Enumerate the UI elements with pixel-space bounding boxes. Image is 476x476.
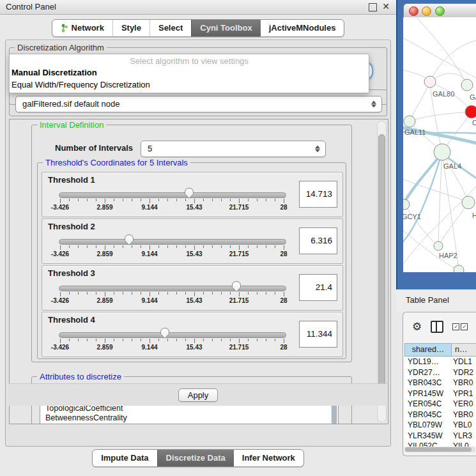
table-panel-title: Table Panel xyxy=(406,295,449,305)
tab-select[interactable]: Select xyxy=(150,20,191,36)
close-icon[interactable]: ✕ xyxy=(382,1,390,12)
table-row[interactable]: YDR27… YDR2 xyxy=(404,368,476,379)
slider-track[interactable] xyxy=(59,332,286,338)
tab-infer-network[interactable]: Infer Network xyxy=(234,450,303,466)
cell-shared-name: YBL079W xyxy=(404,420,450,431)
table-row[interactable]: YBR043C YBR0 xyxy=(404,378,476,389)
major-tick xyxy=(194,339,195,343)
tab-label: Cyni Toolbox xyxy=(200,20,252,36)
tick-label: 28 xyxy=(280,204,287,211)
minor-tick xyxy=(212,292,213,295)
tab-discretize-data[interactable]: Discretize Data xyxy=(157,450,234,466)
column-header-name[interactable]: n… xyxy=(452,343,476,357)
network-node[interactable] xyxy=(454,265,464,272)
network-view-canvas[interactable]: GAL80GACGAL11GAL4GCY1HHAP2 xyxy=(403,17,476,272)
minor-tick xyxy=(167,245,168,248)
table-row[interactable]: YDL19… YDL1 xyxy=(404,357,476,368)
table-row[interactable]: YBR045C YBR0 xyxy=(404,410,476,421)
minor-tick xyxy=(212,245,213,248)
network-node-gal80[interactable] xyxy=(424,76,436,88)
table-row[interactable]: YPR145W YPR1 xyxy=(404,389,476,400)
cell-name: YPR1 xyxy=(450,389,476,400)
slider-track[interactable] xyxy=(59,192,286,198)
close-traffic-light-icon[interactable] xyxy=(409,6,418,16)
node-label: GAL80 xyxy=(433,90,454,98)
table-row[interactable]: YLR345W YLR3 xyxy=(404,431,476,442)
minor-tick xyxy=(203,199,204,201)
tab-jactivemnodules[interactable]: jActiveMNodules xyxy=(261,20,344,36)
number-of-intervals-select[interactable]: 5 xyxy=(141,141,326,157)
node-label: GAL4 xyxy=(443,162,461,170)
table-row[interactable]: YER054C YER0 xyxy=(404,399,476,410)
intervals-value: 5 xyxy=(148,141,152,157)
gear-icon[interactable]: ⚙ xyxy=(412,321,422,332)
tick-label: -3.426 xyxy=(51,344,69,351)
attribute-item[interactable]: BetweennessCentrality xyxy=(40,413,338,423)
tab-style[interactable]: Style xyxy=(112,20,150,36)
column-layout-icon[interactable] xyxy=(431,321,443,333)
slider-thumb[interactable] xyxy=(160,327,170,339)
minimize-traffic-light-icon[interactable] xyxy=(422,6,431,16)
major-tick xyxy=(105,292,105,296)
table-horizontal-scrollbar[interactable] xyxy=(404,447,475,452)
threshold-value-field[interactable]: 14.713 xyxy=(299,181,337,208)
threshold-panel: Threshold 2 -3.4262.8599.14415.4321.7152… xyxy=(42,219,343,264)
cell-shared-name: YDR27… xyxy=(404,368,450,379)
minor-tick xyxy=(185,339,186,341)
node-label: GAL11 xyxy=(404,128,426,136)
major-tick xyxy=(60,245,61,250)
tick-label: 2.859 xyxy=(96,204,112,211)
network-node-h[interactable] xyxy=(462,196,475,209)
threshold-value-field[interactable]: 11.344 xyxy=(299,321,337,348)
tick-label: 15.43 xyxy=(186,344,202,351)
network-node-c[interactable] xyxy=(465,105,476,118)
major-tick xyxy=(194,292,195,296)
cell-shared-name: YBR045C xyxy=(404,410,450,421)
cell-name: YDR2 xyxy=(450,368,476,379)
slider-thumb[interactable] xyxy=(184,187,194,199)
minor-tick xyxy=(275,245,275,248)
scrollbar-thumb[interactable] xyxy=(378,134,385,399)
slider-thumb[interactable] xyxy=(124,234,134,246)
slider-thumb[interactable] xyxy=(231,280,242,293)
table-toolbar: ⚙ ✓✓ xyxy=(403,312,476,341)
tick-label: 21.715 xyxy=(229,297,249,304)
scrollbar-thumb[interactable] xyxy=(405,447,472,452)
tab-impute-data[interactable]: Impute Data xyxy=(93,450,157,466)
threshold-value-field[interactable]: 6.316 xyxy=(299,227,337,254)
zoom-traffic-light-icon[interactable] xyxy=(435,6,445,16)
apply-button[interactable]: Apply xyxy=(178,388,219,402)
dropdown-option-manual[interactable]: Manual Discretization xyxy=(12,68,97,77)
table-row[interactable]: YBL079W YBL0 xyxy=(404,420,476,431)
network-node-gal4[interactable] xyxy=(434,144,450,160)
tab-label: jActiveMNodules xyxy=(269,20,336,36)
major-tick xyxy=(60,339,61,343)
minor-tick xyxy=(230,245,231,248)
tab-network[interactable]: Network xyxy=(52,20,112,36)
checkbox-pair-icon[interactable]: ✓✓ xyxy=(452,323,468,330)
slider-track[interactable] xyxy=(59,239,286,245)
major-tick xyxy=(239,292,240,296)
float-window-icon[interactable] xyxy=(369,3,377,12)
minor-tick xyxy=(266,339,266,341)
tick-label: -3.426 xyxy=(51,204,69,211)
network-node-hap2[interactable] xyxy=(434,242,443,250)
panel-title: Control Panel xyxy=(6,2,56,12)
tick-label: 15.43 xyxy=(186,297,202,304)
minor-tick xyxy=(96,199,96,201)
network-node-gal11[interactable] xyxy=(404,116,415,127)
column-header-shared[interactable]: shared… xyxy=(404,343,452,357)
minor-tick xyxy=(123,292,123,295)
tick-label: 21.715 xyxy=(229,344,249,351)
table-data-select[interactable]: galFiltered.sif default node xyxy=(15,96,382,112)
slider-track[interactable] xyxy=(59,286,286,291)
major-tick xyxy=(60,199,61,203)
tick-label: 15.43 xyxy=(186,250,202,257)
settings-scrollbar[interactable] xyxy=(377,121,387,422)
network-node-ga[interactable] xyxy=(461,79,473,91)
tab-cyni-toolbox[interactable]: Cyni Toolbox xyxy=(191,20,260,36)
threshold-value-field[interactable]: 21.4 xyxy=(299,274,337,301)
network-node-gcy1[interactable] xyxy=(403,199,410,210)
tick-label: 9.144 xyxy=(141,250,157,257)
dropdown-option-equal-width[interactable]: Equal Width/Frequency Discretization xyxy=(12,80,150,89)
